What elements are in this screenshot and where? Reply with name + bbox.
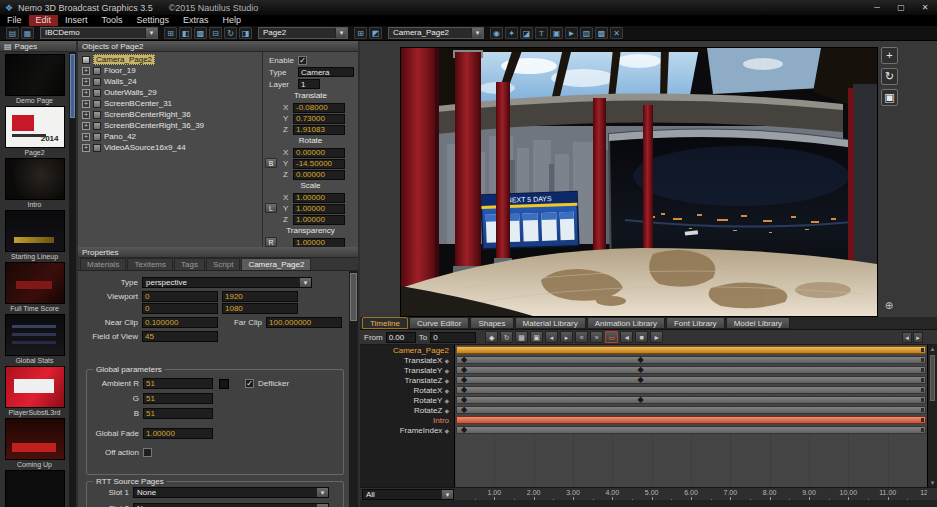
scale-x-field[interactable] xyxy=(293,193,345,203)
new-page-icon[interactable]: ⊞ xyxy=(354,27,367,39)
tab-curve-editor[interactable]: Curve Editor xyxy=(409,317,469,329)
copy-keys-button[interactable]: ▩ xyxy=(515,331,528,343)
close-button[interactable]: ✕ xyxy=(913,0,937,15)
keyframe-diamond[interactable]: ◆ xyxy=(461,405,467,415)
menu-tools[interactable]: Tools xyxy=(95,15,130,26)
track-lane-camera-page2[interactable] xyxy=(455,345,927,355)
track-name-rotatey[interactable]: RotateY◆ xyxy=(360,395,454,405)
menu-insert[interactable]: Insert xyxy=(58,15,95,26)
object-item-pano-42[interactable]: +Pano_42 xyxy=(78,131,262,142)
track-lane-translatex[interactable]: ◆◆ xyxy=(455,355,927,365)
properties-scrollbar[interactable] xyxy=(349,271,358,507)
camera-icon[interactable]: ◉ xyxy=(490,27,503,39)
track-lane-rotatex[interactable]: ◆ xyxy=(455,385,927,395)
layer-field[interactable] xyxy=(298,79,320,89)
enable-checkbox[interactable] xyxy=(298,56,307,65)
transform-r-button[interactable]: R xyxy=(265,237,277,247)
scene-settings-icon[interactable]: ◨ xyxy=(239,27,252,39)
tab-camera-page2[interactable]: Camera_Page2 xyxy=(241,258,311,270)
expand-icon[interactable]: + xyxy=(82,133,90,141)
deflicker-checkbox[interactable] xyxy=(245,379,254,388)
keyframe-diamond[interactable]: ◆ xyxy=(637,395,643,405)
group-icon[interactable]: ▧ xyxy=(580,27,593,39)
page-item-page2[interactable]: 2014Page2 xyxy=(0,106,69,157)
page-item-demo-page[interactable]: Demo Page xyxy=(0,54,69,105)
translate-z-field[interactable] xyxy=(293,125,345,135)
transform-l-button[interactable]: L xyxy=(265,203,277,213)
object-item-screenbcenterright-36-39[interactable]: +ScreenBCenterRight_36_39 xyxy=(78,120,262,131)
object-item-camera-page2[interactable]: Camera_Page2 xyxy=(78,54,262,65)
object-item-screenbcenterright-36[interactable]: +ScreenBCenterRight_36 xyxy=(78,109,262,120)
save-page-icon[interactable]: ◩ xyxy=(369,27,382,39)
track-lane-rotatey[interactable]: ◆◆ xyxy=(455,395,927,405)
tab-model-library[interactable]: Model Library xyxy=(726,317,790,329)
from-input[interactable] xyxy=(386,332,416,343)
scale-y-field[interactable] xyxy=(293,204,345,214)
paste-keys-button[interactable]: ▣ xyxy=(530,331,543,343)
ambient-g-field[interactable] xyxy=(143,393,213,404)
scrollbar-thumb[interactable] xyxy=(930,355,935,401)
menu-file[interactable]: File xyxy=(0,15,29,26)
keyframe-diamond[interactable]: ◆ xyxy=(637,375,643,385)
object-type-field[interactable] xyxy=(298,67,354,77)
viewport-x-field[interactable] xyxy=(142,291,218,302)
open-project-icon[interactable]: ▦ xyxy=(21,27,34,39)
tab-animation-library[interactable]: Animation Library xyxy=(587,317,665,329)
rotate-view-button[interactable]: ↻ xyxy=(881,68,898,85)
ambient-r-field[interactable] xyxy=(143,378,213,389)
new-scene-icon[interactable]: ⊞ xyxy=(164,27,177,39)
pages-scrollbar[interactable] xyxy=(69,52,76,507)
track-lane-intro[interactable] xyxy=(455,415,927,425)
text-icon[interactable]: T xyxy=(535,27,548,39)
keyframe-diamond[interactable]: ◆ xyxy=(461,395,467,405)
track-name-frameindex[interactable]: FrameIndex◆ xyxy=(360,425,454,435)
step-forward-button[interactable]: ▸ xyxy=(560,331,573,343)
camera-type-select[interactable]: perspective xyxy=(142,277,312,288)
duplicate-object-icon[interactable]: ▩ xyxy=(595,27,608,39)
stop-button[interactable]: ■ xyxy=(635,331,648,343)
video-icon[interactable]: ► xyxy=(565,27,578,39)
transform-b-button[interactable]: B xyxy=(265,158,277,168)
object-item-screenbcenter-31[interactable]: +ScreenBCenter_31 xyxy=(78,98,262,109)
slot-1-select[interactable]: None xyxy=(133,487,329,498)
frame-next-button[interactable]: ▸ xyxy=(913,332,923,343)
tab-material-library[interactable]: Material Library xyxy=(515,317,586,329)
transparency-field[interactable] xyxy=(293,238,345,248)
object-select[interactable]: Camera_Page2 xyxy=(388,27,484,39)
object-item-videoasource16x9-44[interactable]: +VideoASource16x9_44 xyxy=(78,142,262,153)
menu-extras[interactable]: Extras xyxy=(176,15,216,26)
tab-font-library[interactable]: Font Library xyxy=(666,317,725,329)
viewport-y-field[interactable] xyxy=(142,303,218,314)
page-item-global-stats[interactable]: Global Stats xyxy=(0,314,69,365)
key-button[interactable]: ◆ xyxy=(485,331,498,343)
zoom-view-button[interactable]: ⊕ xyxy=(882,299,896,313)
scroll-down-icon[interactable]: ▼ xyxy=(928,480,937,486)
track-name-camera-page2[interactable]: Camera_Page2 xyxy=(360,345,454,355)
tab-materials[interactable]: Materials xyxy=(80,258,126,270)
track-name-translatex[interactable]: TranslateX◆ xyxy=(360,355,454,365)
keyframe-diamond[interactable]: ◆ xyxy=(637,365,643,375)
mesh-icon[interactable]: ◪ xyxy=(520,27,533,39)
ambient-b-field[interactable] xyxy=(143,408,213,419)
pan-view-button[interactable]: ▣ xyxy=(881,89,898,106)
loop-button[interactable]: ↻ xyxy=(500,331,513,343)
tab-shapes[interactable]: Shapes xyxy=(470,317,513,329)
page-item-intro[interactable]: Intro xyxy=(0,158,69,209)
scroll-up-icon[interactable]: ▲ xyxy=(928,346,937,352)
expand-icon[interactable]: + xyxy=(82,67,90,75)
slot-2-select[interactable]: None xyxy=(133,503,329,507)
minimize-button[interactable]: ─ xyxy=(865,0,889,15)
play-reverse-button[interactable]: ◄ xyxy=(620,331,633,343)
to-input[interactable] xyxy=(430,332,476,343)
expand-icon[interactable]: + xyxy=(82,111,90,119)
tab-texitems[interactable]: Texitems xyxy=(127,258,173,270)
expand-icon[interactable]: + xyxy=(82,100,90,108)
scrollbar-thumb[interactable] xyxy=(350,273,357,321)
track-filter-select[interactable]: All xyxy=(362,489,454,500)
object-item-walls-24[interactable]: +Walls_24 xyxy=(78,76,262,87)
track-name-translatez[interactable]: TranslateZ◆ xyxy=(360,375,454,385)
page-item-full-time-score[interactable]: Full Time Score xyxy=(0,262,69,313)
expand-icon[interactable]: + xyxy=(82,89,90,97)
rotate-x-field[interactable] xyxy=(293,148,345,158)
track-name-rotatex[interactable]: RotateX◆ xyxy=(360,385,454,395)
